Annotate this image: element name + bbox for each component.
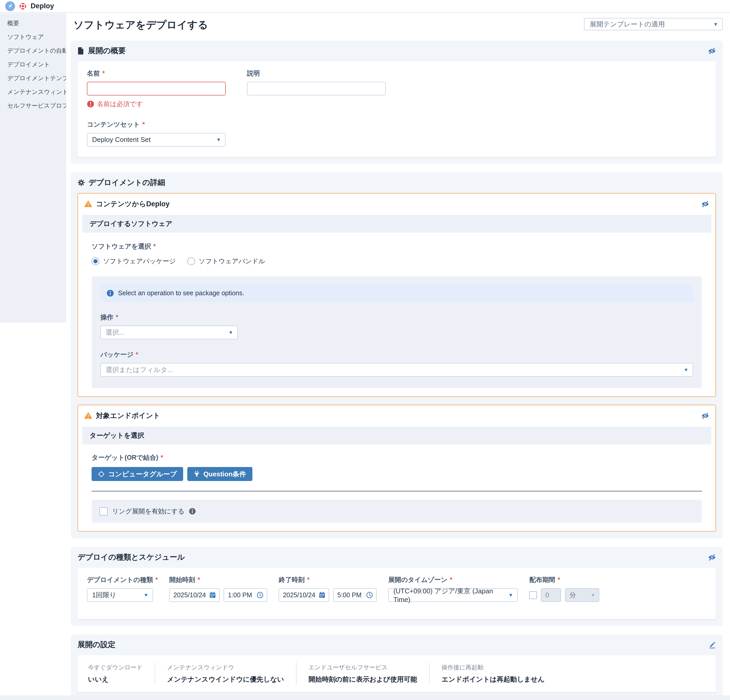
- calendar-icon[interactable]: [209, 592, 216, 599]
- deployment-type-select[interactable]: 1回限り ▼: [87, 588, 153, 602]
- required-marker: *: [142, 121, 145, 128]
- hide-section-button[interactable]: [708, 47, 716, 55]
- eye-off-icon: [701, 412, 709, 420]
- error-icon: [87, 101, 94, 108]
- radio-software-package[interactable]: ソフトウェアパッケージ: [92, 257, 176, 265]
- start-time-group: 開始時刻* 2025/10/24: [169, 576, 267, 602]
- crosshair-icon: [98, 471, 105, 478]
- sidebar-item-deployment-templates[interactable]: デプロイメントテンプレート: [0, 72, 66, 85]
- start-date-input[interactable]: 2025/10/24: [169, 588, 220, 602]
- eye-off-icon: [708, 554, 716, 561]
- distribution-period-unit-select: 分 ▼: [565, 588, 599, 602]
- required-marker: *: [161, 454, 163, 461]
- sidebar-item-self-service-profiles[interactable]: セルフサービスプロファイル: [0, 99, 66, 113]
- edit-settings-button[interactable]: [708, 641, 716, 649]
- chevron-down-icon: ▼: [508, 593, 513, 598]
- calendar-icon[interactable]: [318, 592, 326, 599]
- end-time-label: 終了時刻*: [279, 576, 377, 584]
- sidebar-item-maintenance-windows[interactable]: メンテナンスウィンドウ: [0, 85, 66, 99]
- eye-off-icon: [708, 47, 716, 55]
- card-title: コンテンツからDeploy: [96, 199, 169, 209]
- hide-section-button[interactable]: [708, 554, 716, 561]
- info-alert: Select an operation to see package optio…: [101, 284, 693, 302]
- package-options-panel: Select an operation to see package optio…: [92, 276, 702, 388]
- info-icon[interactable]: [189, 508, 196, 515]
- sidebar-item-software[interactable]: ソフトウェア: [0, 30, 66, 44]
- required-marker: *: [153, 243, 156, 250]
- info-icon: [107, 289, 114, 297]
- divider: [92, 491, 702, 491]
- select-software-label: ソフトウェアを選択*: [92, 242, 702, 251]
- eye-off-icon: [701, 200, 709, 208]
- required-marker: *: [450, 576, 453, 583]
- warning-icon: [84, 412, 92, 419]
- ring-deployment-label: リング展開を有効にする: [112, 507, 184, 516]
- distribution-period-label: 配布期間*: [529, 576, 599, 584]
- overview-panel: 名前* 名前は必須です 説明: [77, 61, 716, 157]
- chevron-down-icon: ▼: [143, 593, 148, 598]
- timezone-label: 展開のタイムゾーン*: [388, 576, 518, 584]
- setting-item: エンドユーザセルフサービス 開始時刻の前に表示および使用可能: [296, 662, 429, 685]
- sidebar-item-deployments[interactable]: デプロイメント: [0, 58, 66, 72]
- info-alert-text: Select an operation to see package optio…: [118, 289, 244, 297]
- clock-icon[interactable]: [366, 592, 373, 599]
- end-time-input[interactable]: 5:00 PM: [333, 588, 377, 602]
- chevron-down-icon: ▼: [228, 330, 233, 335]
- required-marker: *: [197, 576, 200, 583]
- band-select-targets: ターゲットを選択: [82, 427, 711, 444]
- required-marker: *: [307, 576, 310, 583]
- radio-unselected-icon[interactable]: [187, 257, 195, 265]
- chevron-down-icon: ▼: [216, 137, 221, 142]
- app-name: Deploy: [31, 2, 54, 10]
- page-title: ソフトウェアをデプロイする: [71, 18, 208, 32]
- name-input[interactable]: [87, 82, 226, 95]
- hide-section-button[interactable]: [701, 412, 709, 420]
- apply-template-dropdown[interactable]: 展開テンプレートの適用 ▼: [584, 18, 723, 30]
- setting-item: 操作後に再起動 エンドポイントは再起動しません: [429, 662, 556, 685]
- clock-icon[interactable]: [257, 592, 264, 599]
- name-label: 名前*: [87, 69, 226, 77]
- description-label: 説明: [247, 69, 386, 77]
- main-content: ソフトウェアをデプロイする 展開テンプレートの適用 ▼ 展開の概要: [66, 13, 730, 700]
- operation-select[interactable]: 選択... ▼: [101, 326, 238, 339]
- hide-section-button[interactable]: [701, 200, 709, 208]
- tanium-logo[interactable]: [5, 1, 15, 11]
- end-date-input[interactable]: 2025/10/24: [279, 588, 329, 602]
- sidebar-item-deployment-automation[interactable]: デプロイメントの自動化: [0, 44, 66, 58]
- computer-group-button[interactable]: コンピュータグループ: [92, 467, 183, 481]
- deploy-brand-icon: [19, 2, 27, 10]
- description-input[interactable]: [247, 82, 386, 95]
- distribution-period-value: 0: [541, 588, 561, 602]
- section-deployment-overview: 展開の概要 名前*: [71, 41, 723, 164]
- end-time-group: 終了時刻* 2025/10/24: [279, 576, 377, 602]
- section-title: デプロイの種類とスケジュール: [77, 552, 185, 563]
- package-select[interactable]: 選択またはフィルタ... ▼: [101, 363, 693, 377]
- page-bottom-strip: [0, 695, 730, 700]
- radio-software-bundle[interactable]: ソフトウェアバンドル: [187, 257, 265, 265]
- card-title: 対象エンドポイント: [96, 411, 160, 420]
- content-from-deploy-card: コンテンツからDeploy デプロイするソフトウェア ソフトウェアを選択*: [77, 193, 716, 397]
- radio-selected-icon[interactable]: [92, 257, 99, 265]
- start-time-label: 開始時刻*: [169, 576, 267, 584]
- operation-label: 操作*: [101, 313, 693, 322]
- section-deployment-settings: 展開の設定 今すぐダウンロード いいえ メンテナンスウィンドウ メンテナンスウイ…: [71, 634, 723, 699]
- content-set-label: コンテンツセット*: [87, 120, 707, 129]
- name-error: 名前は必須です: [87, 99, 226, 108]
- chevron-down-icon: ▼: [713, 22, 718, 27]
- setting-item: 今すぐダウンロード いいえ: [77, 662, 155, 685]
- section-title: 展開の概要: [88, 46, 126, 56]
- apply-template-label: 展開テンプレートの適用: [590, 20, 665, 29]
- content-set-select[interactable]: Deploy Content Set ▼: [87, 133, 226, 146]
- start-time-input[interactable]: 1:00 PM: [223, 588, 267, 602]
- ring-deployment-checkbox[interactable]: [99, 507, 108, 516]
- required-marker: *: [136, 351, 138, 358]
- required-marker: *: [102, 70, 105, 77]
- timezone-select[interactable]: (UTC+09:00) アジア/東京 (Japan Time) ▼: [388, 588, 518, 602]
- sidebar-item-overview[interactable]: 概要: [0, 16, 66, 30]
- package-label: パッケージ*: [101, 350, 693, 359]
- document-icon: [77, 47, 84, 55]
- settings-panel: 今すぐダウンロード いいえ メンテナンスウィンドウ メンテナンスウインドウに優先…: [77, 655, 716, 692]
- distribution-period-checkbox[interactable]: [529, 591, 537, 599]
- question-condition-button[interactable]: Question条件: [187, 467, 253, 481]
- target-endpoints-card: 対象エンドポイント ターゲットを選択 ターゲット(ORで結合)*: [77, 405, 716, 532]
